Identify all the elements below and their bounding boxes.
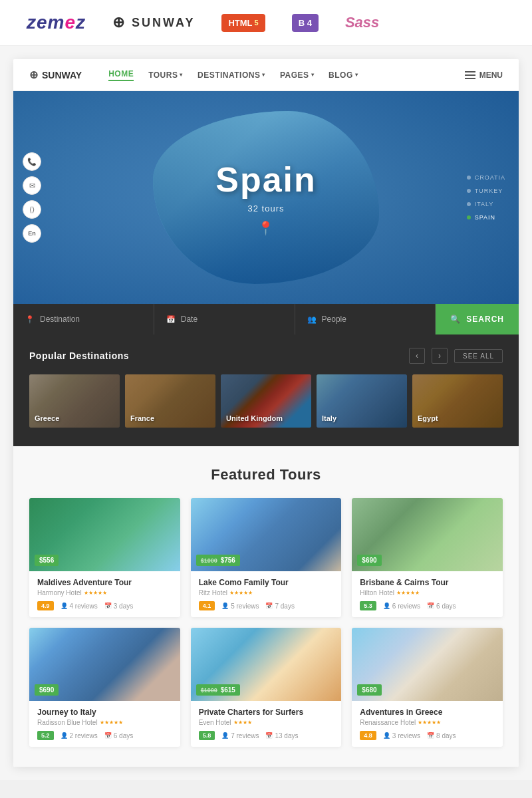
surfers-rating: 5.8 (199, 731, 215, 740)
maldives-tour-name: Maldives Adventure Tour (37, 578, 172, 587)
hero-section: 📞 ✉ ⟨⟩ En Spain 32 tours 📍 CROATIA TURKE… (13, 91, 519, 304)
date-field[interactable]: 📅 Date (154, 304, 295, 334)
see-all-button[interactable]: SEE ALL (454, 349, 503, 363)
greece-adv-price: $680 (357, 684, 381, 696)
top-bar: zemez ⊕ SUNWAY HTML 5 B 4 Sass (0, 0, 532, 46)
como-days: 📅7 days (265, 602, 294, 610)
italy-days: 📅6 days (104, 732, 133, 739)
italy-meta: 5.2 👤2 reviews 📅6 days (37, 731, 172, 740)
surfers-meta: 5.8 👤7 reviews 📅13 days (199, 731, 334, 740)
search-icon: 🔍 (450, 315, 461, 324)
como-hotel: Ritz Hotel ★★★★★ (199, 589, 334, 597)
dest-egypt[interactable]: Egypt (412, 374, 503, 428)
language-switcher[interactable]: En (23, 224, 41, 243)
bc-turkey[interactable]: TURKEY (467, 188, 505, 194)
featured-title: Featured Tours (29, 466, 503, 483)
nav-menu-button[interactable]: MENU (465, 70, 503, 80)
html5-badge: HTML 5 (221, 14, 265, 32)
dest-france[interactable]: France (125, 374, 215, 428)
greece-adv-days: 📅8 days (427, 732, 456, 739)
site-logo[interactable]: ⊕ SUNWAY (29, 68, 82, 81)
popular-header: Popular Destinations ‹ › SEE ALL (29, 348, 503, 364)
sunway-logo[interactable]: ⊕ SUNWAY (112, 14, 195, 31)
tour-greece-adv-image: $680 (352, 628, 503, 701)
share-icon[interactable]: ⟨⟩ (23, 200, 41, 219)
hero-title: Spain (215, 160, 317, 200)
italy-overlay: Italy (317, 374, 407, 428)
bc-dot-turkey (467, 189, 471, 193)
people-field[interactable]: 👥 People (295, 304, 436, 334)
email-icon[interactable]: ✉ (23, 176, 41, 195)
greece-adv-meta: 4.8 👤3 reviews 📅8 days (360, 731, 495, 740)
greece-adv-tour-name: Adventures in Greece (360, 708, 495, 717)
tour-maldives[interactable]: $556 Maldives Adventure Tour Harmony Hot… (29, 498, 180, 617)
side-icons: 📞 ✉ ⟨⟩ En (23, 152, 41, 243)
nav-blog[interactable]: BLOG ▾ (329, 69, 358, 81)
como-tour-name: Lake Como Family Tour (199, 578, 334, 587)
destinations-grid: Greece France United Kingdom Italy (29, 374, 503, 428)
prev-arrow[interactable]: ‹ (409, 348, 425, 364)
surfers-reviews: 👤7 reviews (221, 732, 259, 739)
tour-maldives-image: $556 (29, 498, 180, 571)
sunway-icon: ⊕ (112, 14, 126, 31)
tour-como-image: $1000$756 (191, 498, 342, 571)
bc-spain[interactable]: SPAIN (467, 214, 505, 221)
tour-surfers-info: Private Charters for Surfers Even Hotel … (191, 701, 342, 747)
nav-links: HOME TOURS ▾ DESTINATIONS ▾ PAGES ▾ BLOG… (108, 69, 464, 81)
blog-caret: ▾ (355, 72, 358, 78)
tour-italy-info: Journey to Italy Radisson Blue Hotel ★★★… (29, 701, 180, 747)
brisbane-tour-name: Brisbane & Cairns Tour (360, 578, 495, 587)
greece-overlay: Greece (29, 374, 120, 428)
brisbane-hotel: Hilton Hotel ★★★★★ (360, 589, 495, 597)
next-arrow[interactable]: › (432, 348, 448, 364)
tour-como[interactable]: $1000$756 Lake Como Family Tour Ritz Hot… (191, 498, 342, 617)
uk-label: United Kingdom (226, 414, 283, 422)
hero-breadcrumb: CROATIA TURKEY ITALY SPAIN (467, 174, 505, 221)
como-price: $1000$756 (196, 555, 240, 566)
popular-title: Popular Destinations (29, 350, 129, 361)
tour-greece-adv[interactable]: $680 Adventures in Greece Renaissance Ho… (352, 628, 503, 747)
tour-brisbane[interactable]: $690 Brisbane & Cairns Tour Hilton Hotel… (352, 498, 503, 617)
maldives-days: 📅3 days (104, 602, 133, 610)
dest-greece[interactable]: Greece (29, 374, 120, 428)
bc-italy[interactable]: ITALY (467, 201, 505, 207)
hero-content: Spain 32 tours 📍 (215, 160, 317, 236)
como-rating: 4.1 (199, 601, 215, 610)
maldives-hotel: Harmony Hotel ★★★★★ (37, 589, 172, 597)
nav-home[interactable]: HOME (108, 69, 134, 81)
nav-pages[interactable]: PAGES ▾ (280, 69, 314, 81)
bc-croatia[interactable]: CROATIA (467, 174, 505, 181)
brisbane-days: 📅6 days (427, 602, 456, 610)
search-button[interactable]: 🔍 SEARCH (436, 304, 519, 334)
zemes-logo[interactable]: zemez (27, 12, 86, 33)
tour-italy-image: $690 (29, 628, 180, 701)
greece-adv-reviews: 👤3 reviews (383, 732, 420, 739)
nav-tours[interactable]: TOURS ▾ (148, 69, 183, 81)
tour-surfers-image: $1000$615 (191, 628, 342, 701)
tour-brisbane-info: Brisbane & Cairns Tour Hilton Hotel ★★★★… (352, 571, 503, 617)
tour-italy[interactable]: $690 Journey to Italy Radisson Blue Hote… (29, 628, 180, 747)
sass-badge: Sass (345, 14, 379, 31)
brisbane-reviews: 👤6 reviews (383, 602, 420, 610)
france-overlay: France (125, 374, 215, 428)
surfers-tour-name: Private Charters for Surfers (199, 708, 334, 717)
tour-surfers[interactable]: $1000$615 Private Charters for Surfers E… (191, 628, 342, 747)
egypt-overlay: Egypt (412, 374, 503, 428)
brisbane-meta: 5.3 👤6 reviews 📅6 days (360, 601, 495, 610)
nav-destinations[interactable]: DESTINATIONS ▾ (198, 69, 265, 81)
dest-italy[interactable]: Italy (317, 374, 407, 428)
maldives-rating: 4.9 (37, 601, 54, 610)
search-bar: 📍 Destination 📅 Date 👥 People 🔍 SEARCH (13, 304, 519, 334)
egypt-label: Egypt (418, 414, 438, 422)
dest-uk[interactable]: United Kingdom (221, 374, 311, 428)
surfers-hotel: Even Hotel ★★★★ (199, 719, 334, 726)
phone-icon[interactable]: 📞 (23, 152, 41, 171)
reviews-icon: 👤 (61, 602, 68, 609)
italy-hotel: Radisson Blue Hotel ★★★★★ (37, 719, 172, 726)
como-reviews: 👤5 reviews (221, 602, 259, 610)
tours-grid: $556 Maldives Adventure Tour Harmony Hot… (29, 498, 503, 747)
destination-field[interactable]: 📍 Destination (13, 304, 154, 334)
italy-price: $690 (35, 684, 59, 696)
como-meta: 4.1 👤5 reviews 📅7 days (199, 601, 334, 610)
bc-dot-spain (467, 215, 471, 219)
